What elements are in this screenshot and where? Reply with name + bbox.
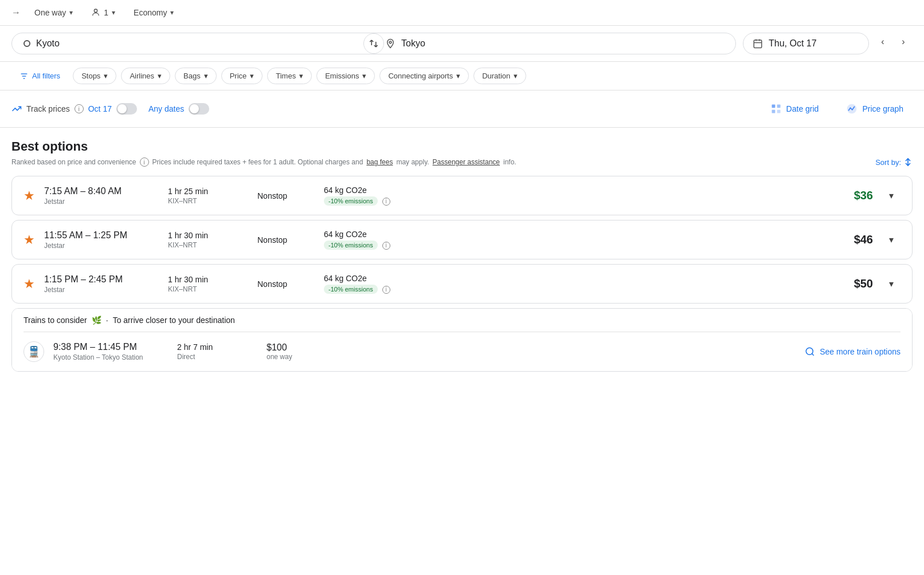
trains-leaf-icon: 🌿 xyxy=(92,316,101,325)
flight-cards: ★ 7:15 AM – 8:40 AM Jetstar 1 hr 25 min … xyxy=(11,176,913,304)
see-more-trains-label: See more train options xyxy=(820,347,900,356)
date-grid-button[interactable]: Date grid xyxy=(761,99,828,119)
train-price-value: $100 xyxy=(267,342,324,353)
star-icon: ★ xyxy=(24,277,35,292)
flight-emissions-block: 64 kg CO2e -10% emissions i xyxy=(324,230,818,250)
all-filters-button[interactable]: All filters xyxy=(11,68,68,84)
svg-point-1 xyxy=(389,41,391,44)
sort-by-label: Sort by: xyxy=(875,158,901,167)
emissions-info-icon[interactable]: i xyxy=(382,242,390,250)
see-more-trains-button[interactable]: See more train options xyxy=(805,346,900,357)
destination-field[interactable]: Tokyo xyxy=(374,33,735,54)
stops-filter[interactable]: Stops ▾ xyxy=(73,68,116,84)
emissions-badge: -10% emissions xyxy=(324,241,378,250)
connecting-airports-filter[interactable]: Connecting airports ▾ xyxy=(379,68,469,84)
any-dates-knob xyxy=(190,104,199,113)
price-filter[interactable]: Price ▾ xyxy=(221,68,263,84)
right-tools: Date grid Price graph xyxy=(761,99,913,119)
taxes-note: Prices include required taxes + fees for… xyxy=(152,158,363,166)
train-icon: 🚆 xyxy=(24,341,44,362)
swap-button[interactable] xyxy=(363,33,384,54)
emissions-badge: -10% emissions xyxy=(324,196,378,206)
flight-row[interactable]: ★ 11:55 AM – 1:25 PM Jetstar 1 hr 30 min… xyxy=(12,220,912,259)
origin-field[interactable]: Kyoto xyxy=(12,33,374,54)
emissions-filter[interactable]: Emissions ▾ xyxy=(316,68,375,84)
any-dates-label: Any dates xyxy=(148,104,184,113)
connecting-airports-label: Connecting airports xyxy=(388,72,453,80)
location-dot-icon xyxy=(24,40,30,47)
main-content: Best options Ranked based on price and c… xyxy=(0,128,924,383)
passengers-label: 1 xyxy=(104,8,108,17)
flight-price: $36 xyxy=(827,189,873,202)
flight-time-value: 1:15 PM – 2:45 PM xyxy=(44,274,159,285)
flight-expand-button[interactable]: ▾ xyxy=(882,187,900,205)
bag-fees-link[interactable]: bag fees xyxy=(366,158,393,166)
top-bar: → One way ▾ 1 ▾ Economy ▾ xyxy=(0,0,924,26)
svg-rect-2 xyxy=(754,40,762,48)
price-graph-icon xyxy=(846,103,858,115)
flight-stops: Nonstop xyxy=(257,235,315,245)
price-graph-button[interactable]: Price graph xyxy=(837,99,913,119)
any-dates-toggle[interactable] xyxy=(189,103,209,115)
svg-rect-10 xyxy=(777,105,780,108)
date-field[interactable]: Thu, Oct 17 xyxy=(743,33,869,54)
passenger-assistance-after: info. xyxy=(503,158,516,166)
flight-duration-block: 1 hr 30 min KIX–NRT xyxy=(168,231,248,249)
cabin-selector[interactable]: Economy ▾ xyxy=(129,6,178,19)
duration-filter[interactable]: Duration ▾ xyxy=(473,68,526,84)
flight-price: $50 xyxy=(827,277,873,290)
date-next-button[interactable]: › xyxy=(894,33,913,51)
sort-by-button[interactable]: Sort by: xyxy=(875,157,913,167)
price-label: Price xyxy=(230,72,247,80)
train-duration-block: 2 hr 7 min Direct xyxy=(177,342,257,361)
passenger-assistance-link[interactable]: Passenger assistance xyxy=(433,158,500,166)
svg-line-16 xyxy=(812,353,814,355)
airlines-filter[interactable]: Airlines ▾ xyxy=(121,68,170,84)
track-date: Oct 17 xyxy=(88,104,112,113)
flight-time-value: 7:15 AM – 8:40 AM xyxy=(44,186,159,196)
flight-route: KIX–NRT xyxy=(168,285,248,293)
train-type: Direct xyxy=(177,353,257,361)
train-time-block: 9:38 PM – 11:45 PM Kyoto Station – Tokyo… xyxy=(53,342,168,361)
times-chevron: ▾ xyxy=(299,72,303,80)
flight-airline: Jetstar xyxy=(44,198,159,206)
train-price-block: $100 one way xyxy=(267,342,324,361)
all-filters-label: All filters xyxy=(32,72,60,80)
times-filter[interactable]: Times ▾ xyxy=(267,68,312,84)
person-icon xyxy=(91,8,100,17)
flight-expand-button[interactable]: ▾ xyxy=(882,231,900,249)
price-graph-label: Price graph xyxy=(862,104,903,113)
flight-row[interactable]: ★ 7:15 AM – 8:40 AM Jetstar 1 hr 25 min … xyxy=(12,176,912,215)
flight-card: ★ 11:55 AM – 1:25 PM Jetstar 1 hr 30 min… xyxy=(11,220,913,259)
emissions-value: 64 kg CO2e xyxy=(324,230,818,239)
track-bar: Track prices i Oct 17 Any dates Date gri… xyxy=(0,90,924,128)
passengers-selector[interactable]: 1 ▾ xyxy=(87,6,120,19)
connecting-airports-chevron: ▾ xyxy=(456,72,460,80)
emissions-value: 64 kg CO2e xyxy=(324,274,818,283)
date-grid-icon xyxy=(770,103,782,115)
emissions-info-icon[interactable]: i xyxy=(382,198,390,206)
price-chevron: ▾ xyxy=(250,72,254,80)
date-prev-button[interactable]: ‹ xyxy=(874,33,892,51)
flight-row[interactable]: ★ 1:15 PM – 2:45 PM Jetstar 1 hr 30 min … xyxy=(12,265,912,303)
emissions-info-icon[interactable]: i xyxy=(382,286,390,294)
svg-rect-9 xyxy=(772,105,775,108)
flight-emissions-block: 64 kg CO2e -10% emissions i xyxy=(324,274,818,294)
origin-value: Kyoto xyxy=(36,38,60,49)
train-duration-value: 2 hr 7 min xyxy=(177,342,257,352)
train-row[interactable]: 🚆 9:38 PM – 11:45 PM Kyoto Station – Tok… xyxy=(12,332,912,371)
star-icon: ★ xyxy=(24,188,35,203)
bags-filter[interactable]: Bags ▾ xyxy=(175,68,217,84)
flight-time-block: 7:15 AM – 8:40 AM Jetstar xyxy=(44,186,159,206)
train-time-value: 9:38 PM – 11:45 PM xyxy=(53,342,168,352)
trip-type-selector[interactable]: One way ▾ xyxy=(30,6,77,19)
times-label: Times xyxy=(276,72,296,80)
airlines-label: Airlines xyxy=(130,72,154,80)
flight-route: KIX–NRT xyxy=(168,197,248,205)
cabin-chevron: ▾ xyxy=(170,9,174,17)
results-info-icon[interactable]: i xyxy=(140,157,149,167)
flight-expand-button[interactable]: ▾ xyxy=(882,275,900,293)
track-info-icon[interactable]: i xyxy=(75,104,84,113)
track-toggle[interactable] xyxy=(116,103,137,115)
date-grid-label: Date grid xyxy=(786,104,819,113)
